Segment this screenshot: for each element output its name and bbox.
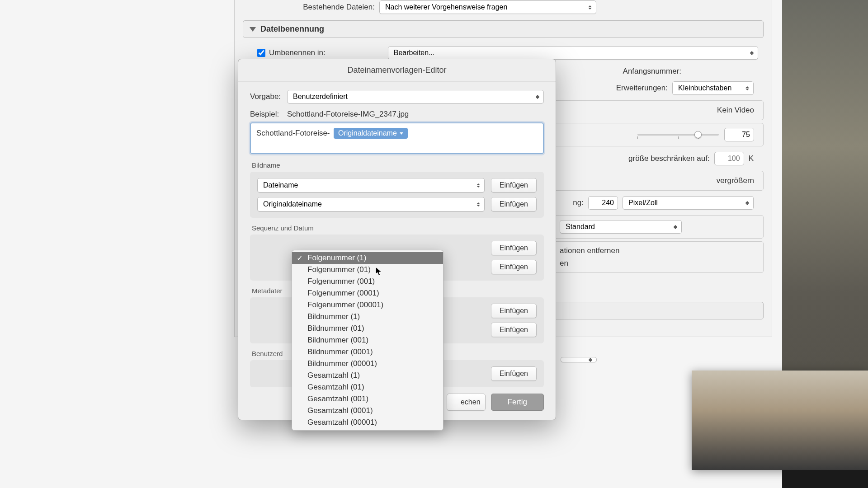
example-value: Schottland-Fotoreise-IMG_2347.jpg — [287, 110, 409, 119]
originalname-value: Originaldateiname — [263, 200, 322, 208]
menu-item[interactable]: Bildnummer (0001) — [292, 346, 443, 358]
dateiname-value: Dateiname — [263, 181, 298, 189]
section-title: Dateibenennung — [260, 24, 324, 34]
remove-suffix-label: en — [560, 259, 568, 268]
menu-item[interactable]: Folgenummer (0001) — [292, 287, 443, 299]
limit-size-label: größe beschränken auf: — [628, 154, 710, 163]
menu-item[interactable]: Gesamtzahl (001) — [292, 393, 443, 405]
resolution-input[interactable] — [588, 196, 618, 210]
section-dateibenennung[interactable]: Dateibenennung — [243, 20, 764, 38]
existing-files-select[interactable]: Nach weiterer Vorgehensweise fragen — [379, 0, 596, 14]
insert-button-meta1[interactable]: Einfügen — [491, 304, 537, 318]
updown-icon — [534, 93, 541, 101]
preset-select[interactable]: Benutzerdefiniert — [287, 90, 544, 103]
updown-icon — [587, 3, 593, 11]
quality-slider[interactable] — [637, 134, 719, 136]
menu-item[interactable]: Folgenummer (01) — [292, 264, 443, 276]
menu-item[interactable]: Bildnummer (1) — [292, 311, 443, 323]
example-label: Beispiel: — [250, 110, 283, 119]
resolution-unit-value: Pixel/Zoll — [628, 199, 658, 206]
menu-item[interactable]: Folgenummer (00001) — [292, 299, 443, 311]
remove-info-label: ationen entfernen — [560, 246, 619, 255]
menu-item[interactable]: Folgenummer (1) — [292, 252, 443, 264]
chevron-down-icon — [400, 132, 403, 135]
insert-button-seq1[interactable]: Einfügen — [491, 241, 537, 255]
insert-button-seq2[interactable]: Einfügen — [491, 260, 537, 274]
updown-icon — [672, 223, 679, 231]
originalname-select[interactable]: Originaldateiname — [257, 197, 485, 211]
insert-button-dateiname[interactable]: Einfügen — [491, 178, 537, 192]
token-editor-field[interactable]: Schottland-Fotoreise- Originaldateiname — [250, 122, 544, 154]
insert-button-originalname[interactable]: Einfügen — [491, 197, 537, 211]
updown-icon — [749, 49, 755, 57]
cancel-button[interactable]: echen — [447, 394, 486, 411]
token-pill-label: Originaldateiname — [338, 129, 397, 137]
token-pill-originalname[interactable]: Originaldateiname — [334, 128, 408, 139]
resolution-unit-select[interactable]: Pixel/Zoll — [623, 196, 754, 210]
insert-button-meta2[interactable]: Einfügen — [491, 323, 537, 337]
menu-item[interactable]: Gesamtzahl (00001) — [292, 417, 443, 428]
menu-item[interactable]: Folgenummer (001) — [292, 276, 443, 287]
start-number-label: Anfangsnummer: — [623, 67, 681, 76]
hidden-right-select[interactable] — [561, 357, 597, 362]
updown-icon — [475, 181, 481, 189]
updown-icon — [587, 356, 594, 364]
menu-item[interactable]: Bildnummer (00001) — [292, 358, 443, 370]
preset-value: Benutzerdefiniert — [293, 93, 348, 100]
menu-item[interactable]: Gesamtzahl (01) — [292, 381, 443, 393]
extensions-value: Kleinbuchstaben — [678, 84, 731, 92]
menu-item[interactable]: Bildnummer (01) — [292, 323, 443, 334]
cursor-icon — [375, 267, 382, 277]
standard-select[interactable]: Standard — [560, 220, 682, 234]
chevron-down-icon — [250, 27, 256, 32]
enlarge-label: vergrößern — [717, 176, 754, 185]
preset-label: Vorgabe: — [250, 92, 283, 101]
limit-size-input[interactable] — [714, 152, 744, 165]
done-button[interactable]: Fertig — [491, 394, 544, 411]
updown-icon — [475, 200, 481, 208]
existing-files-value: Nach weiterer Vorgehensweise fragen — [385, 3, 507, 11]
rename-value: Bearbeiten... — [394, 49, 435, 56]
menu-item[interactable]: Bildnummer (001) — [292, 334, 443, 346]
rename-checkbox[interactable] — [257, 49, 265, 57]
dialog-title: Dateinamenvorlagen-Editor — [238, 59, 556, 82]
extensions-label: Erweiterungen: — [616, 84, 668, 93]
rename-select[interactable]: Bearbeiten... — [388, 46, 758, 60]
resolution-label-fragment: ng: — [573, 198, 584, 207]
extensions-select[interactable]: Kleinbuchstaben — [672, 81, 754, 95]
updown-icon — [744, 199, 750, 207]
webcam-overlay — [692, 371, 868, 470]
sequence-dropdown-menu: Folgenummer (1)Folgenummer (01)Folgenumm… — [292, 250, 443, 431]
limit-size-unit: K — [749, 154, 754, 163]
dateiname-select[interactable]: Dateiname — [257, 178, 485, 192]
group-sequenz-label: Sequenz und Datum — [250, 224, 544, 232]
quality-input[interactable] — [724, 128, 754, 141]
updown-icon — [744, 84, 750, 92]
group-bildname-label: Bildname — [250, 161, 544, 169]
rename-label: Umbenennen in: — [269, 48, 326, 57]
menu-item[interactable]: Gesamtzahl (1) — [292, 370, 443, 381]
slider-thumb-icon[interactable] — [694, 131, 702, 138]
no-video-label: Kein Video — [717, 106, 754, 115]
existing-files-label: Bestehende Dateien: — [248, 3, 375, 12]
insert-button-user[interactable]: Einfügen — [491, 366, 537, 381]
menu-item[interactable]: Gesamtzahl (0001) — [292, 405, 443, 417]
bg-strip — [782, 470, 868, 488]
group-bildname-box: Dateiname Einfügen Originaldateiname Ein… — [250, 172, 544, 218]
token-prefix-text: Schottland-Fotoreise- — [256, 129, 330, 137]
standard-value: Standard — [566, 223, 595, 230]
